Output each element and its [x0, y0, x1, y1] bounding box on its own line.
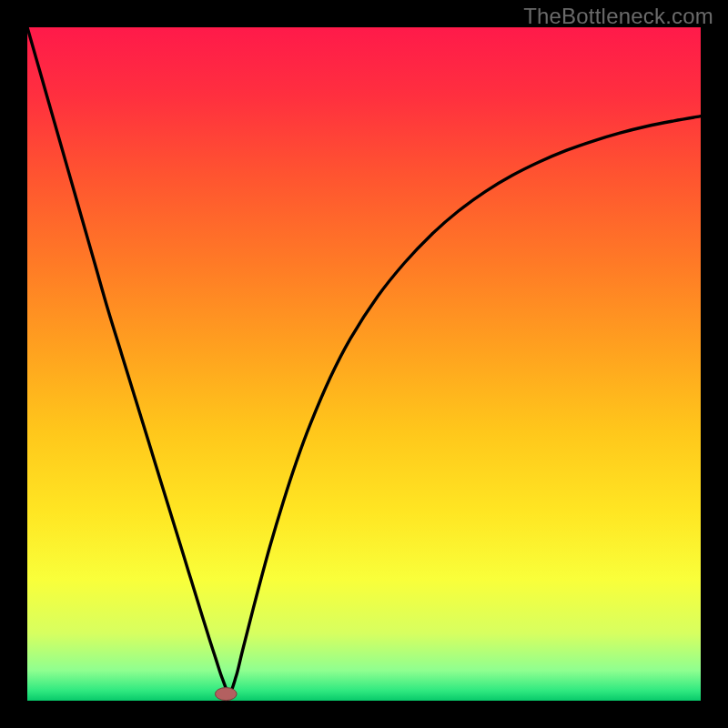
watermark-text: TheBottleneck.com: [523, 4, 713, 29]
optimal-point-marker: [215, 688, 237, 701]
plot-background: [27, 27, 701, 701]
chart-stage: { "watermark": "TheBottleneck.com", "col…: [0, 0, 728, 728]
bottleneck-chart: [0, 0, 728, 728]
